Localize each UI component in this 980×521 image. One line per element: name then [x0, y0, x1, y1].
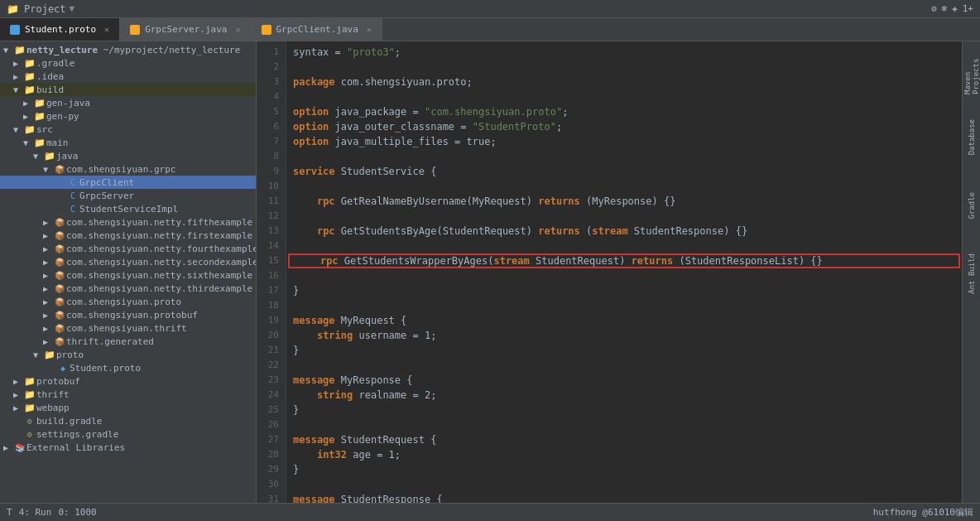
code-line-20[interactable]: string username = 1; — [286, 328, 962, 343]
tab-close-grpc-server[interactable]: ✕ — [235, 25, 240, 34]
thrift-pkg-arrow: ▶ — [43, 324, 53, 333]
tab-grpc-client[interactable]: GrpcClient.java ✕ — [252, 18, 382, 41]
maven-projects-btn[interactable]: Maven Projects — [964, 45, 979, 94]
code-line-4[interactable] — [286, 89, 962, 104]
tree-root[interactable]: ▼ 📁 netty_lecture ~/myproject/netty_lect… — [0, 43, 256, 56]
code-line-7[interactable]: option java_multiple_files = true; — [286, 134, 962, 149]
tree-item-external-libraries[interactable]: ▶ 📚 External Libraries — [0, 441, 256, 454]
code-line-12[interactable] — [286, 209, 962, 224]
gradle-btn[interactable]: Gradle — [964, 181, 979, 230]
code-line-17[interactable]: } — [286, 283, 962, 298]
tree-item-proto-folder[interactable]: ▼ 📁 proto — [0, 348, 256, 361]
tree-item-protobuf[interactable]: ▶ 📁 protobuf — [0, 374, 256, 388]
expand-icon[interactable]: 1+ — [963, 3, 973, 14]
tab-close-student-proto[interactable]: ✕ — [104, 25, 109, 34]
tree-item-third[interactable]: ▶ 📦 com.shengsiyuan.netty.thirdexample — [0, 282, 256, 295]
code-line-15[interactable]: rpc GetStudentsWrapperByAges(stream Stud… — [288, 253, 960, 268]
bottom-count: 0: 1000 — [58, 507, 96, 518]
code-line-14[interactable] — [286, 239, 962, 253]
tree-item-fourth[interactable]: ▶ 📦 com.shengsiyuan.netty.fourthexample — [0, 242, 256, 255]
tree-item-thrift-pkg[interactable]: ▶ 📦 com.shengsiyuan.thrift — [0, 321, 256, 335]
tree-item-second[interactable]: ▶ 📦 com.shengsiyuan.netty.secondexample — [0, 255, 256, 268]
code-line-28[interactable]: int32 age = 1; — [286, 447, 962, 462]
protobuf-pkg-arrow: ▶ — [43, 311, 53, 320]
code-content[interactable]: syntax = "proto3";package com.shengsiyua… — [286, 41, 962, 503]
tree-item-settings-gradle[interactable]: ⚙ settings.gradle — [0, 427, 256, 441]
tree-item-src[interactable]: ▼ 📁 src — [0, 123, 256, 136]
tree-item-thrift-generated[interactable]: ▶ 📦 thrift.generated — [0, 335, 256, 348]
code-line-27[interactable]: message StudentRequest { — [286, 432, 962, 447]
code-line-16[interactable] — [286, 268, 962, 283]
code-line-13[interactable]: rpc GetStudentsByAge(StudentRequest) ret… — [286, 224, 962, 239]
code-token: syntax = — [293, 45, 347, 60]
ant-build-btn[interactable]: Ant Build — [964, 248, 979, 298]
tree-item-grpc-client[interactable]: C GrpcClient — [0, 176, 256, 189]
thrift-arrow: ▶ — [13, 390, 23, 399]
root-folder-icon: 📁 — [13, 44, 26, 55]
sixth-icon: 📦 — [53, 269, 66, 281]
code-line-3[interactable]: package com.shengsiyuan.proto; — [286, 75, 962, 89]
code-line-11[interactable]: rpc GetRealNameByUsername(MyRequest) ret… — [286, 194, 962, 209]
code-line-8[interactable] — [286, 149, 962, 164]
tab-grpc-server[interactable]: GrpcServer.java ✕ — [120, 18, 251, 41]
tree-item-gen-java[interactable]: ▶ 📁 gen-java — [0, 96, 256, 109]
tree-item-java[interactable]: ▼ 📁 java — [0, 149, 256, 162]
line-number-19: 19 — [257, 313, 286, 328]
code-token: stream — [592, 224, 627, 239]
gradle-arrow: ▶ — [13, 59, 23, 68]
code-line-30[interactable] — [286, 477, 962, 492]
code-token: MyRequest { — [335, 313, 407, 328]
grpc-server-icon: C — [66, 190, 79, 201]
code-line-6[interactable]: option java_outer_classname = "StudentPr… — [286, 119, 962, 134]
bottom-right: hutfhong @61010编辑 — [873, 506, 973, 519]
code-token: "proto3" — [347, 45, 395, 60]
code-token: "com.shengsiyuan.proto" — [425, 104, 562, 119]
code-line-2[interactable] — [286, 60, 962, 75]
code-line-19[interactable]: message MyRequest { — [286, 313, 962, 328]
code-line-9[interactable]: service StudentService { — [286, 164, 962, 179]
tree-item-grpc-package[interactable]: ▼ 📦 com.shengsiyuan.grpc — [0, 162, 256, 176]
bottom-run[interactable]: 4: Run — [19, 507, 52, 518]
code-line-29[interactable]: } — [286, 462, 962, 477]
tree-item-student-service[interactable]: C StudentServiceImpl — [0, 202, 256, 215]
tree-item-gradle[interactable]: ▶ 📁 .gradle — [0, 56, 256, 70]
code-line-21[interactable]: } — [286, 343, 962, 358]
tree-item-first[interactable]: ▶ 📦 com.shengsiyuan.netty.firstexample — [0, 229, 256, 242]
tab-student-proto[interactable]: Student.proto ✕ — [0, 18, 120, 41]
tree-item-student-proto[interactable]: ◆ Student.proto — [0, 361, 256, 374]
tree-item-fifth[interactable]: ▶ 📦 com.shengsiyuan.netty.fifthexample — [0, 215, 256, 229]
tree-item-main[interactable]: ▼ 📁 main — [0, 136, 256, 149]
tree-item-webapp[interactable]: ▶ 📁 webapp — [0, 401, 256, 414]
code-token: ; — [562, 104, 568, 119]
line-number-5: 5 — [257, 104, 286, 119]
tree-item-grpc-server[interactable]: C GrpcServer — [0, 189, 256, 202]
settings-icon[interactable]: ⚙ — [931, 3, 937, 14]
code-line-23[interactable]: message MyResponse { — [286, 373, 962, 388]
tree-item-build-gradle[interactable]: ⚙ build.gradle — [0, 414, 256, 427]
code-line-31[interactable]: message StudentResponse { — [286, 492, 962, 503]
tree-item-sixth[interactable]: ▶ 📦 com.shengsiyuan.netty.sixthexample — [0, 268, 256, 282]
code-line-22[interactable] — [286, 358, 962, 373]
code-line-25[interactable]: } — [286, 403, 962, 417]
tree-item-proto-pkg[interactable]: ▶ 📦 com.shengsiyuan.proto — [0, 295, 256, 308]
tab-close-grpc-client[interactable]: ✕ — [367, 25, 372, 34]
code-line-1[interactable]: syntax = "proto3"; — [286, 45, 962, 60]
line-number-14: 14 — [257, 239, 286, 253]
proto-pkg-icon: 📦 — [53, 296, 66, 307]
code-line-10[interactable] — [286, 179, 962, 194]
line-number-17: 17 — [257, 283, 286, 298]
tree-item-idea[interactable]: ▶ 📁 .idea — [0, 70, 256, 83]
code-line-18[interactable] — [286, 298, 962, 313]
database-btn[interactable]: Database — [964, 113, 979, 162]
tree-item-protobuf-pkg[interactable]: ▶ 📦 com.shengsiyuan.protobuf — [0, 308, 256, 321]
code-line-26[interactable] — [286, 417, 962, 432]
code-line-5[interactable]: option java_package = "com.shengsiyuan.p… — [286, 104, 962, 119]
project-icon: 📁 — [7, 3, 19, 15]
freeze-icon[interactable]: ❄ — [942, 3, 948, 14]
code-line-24[interactable]: string realname = 2; — [286, 388, 962, 403]
tree-item-thrift[interactable]: ▶ 📁 thrift — [0, 388, 256, 401]
tree-item-gen-py[interactable]: ▶ 📁 gen-py — [0, 109, 256, 123]
add-icon[interactable]: ✚ — [952, 3, 958, 14]
tree-item-build[interactable]: ▼ 📁 build — [0, 83, 256, 96]
second-icon: 📦 — [53, 256, 66, 268]
